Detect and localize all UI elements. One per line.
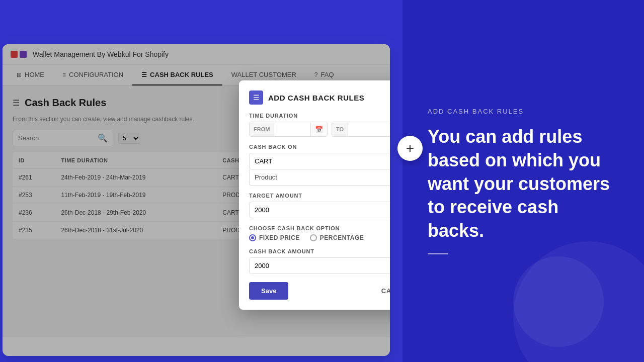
cashback-amount-input[interactable] [250,258,390,274]
right-panel-title: You can add rules based on which you wan… [428,125,619,243]
radio-fixed-label: FIXED PRICE [259,234,300,241]
from-calendar-icon[interactable]: 📅 [310,123,327,136]
modal-footer: Save CANCEL [249,282,390,300]
main-card: Wallet Management By Webkul For Shopify … [3,44,390,356]
target-amount-group: TARGET AMOUNT [249,193,390,218]
cashback-option-label: CHOOSE CASH BACK OPTION [249,225,390,231]
time-duration-label: TIME DURATION [249,113,390,119]
right-panel: ADD CASH BACK RULES You can add rules ba… [403,0,644,362]
bg-decoration-2 [513,256,604,347]
from-date-input[interactable] [274,122,310,136]
modal-title: ADD CASH BACK RULES [268,94,364,102]
radio-dot-percentage [310,234,317,241]
amount-input-row: % [249,257,390,274]
add-circle-button[interactable]: + [397,136,423,161]
cashback-amount-group: CASH BACK AMOUNT % [249,248,390,274]
right-panel-subtitle: ADD CASH BACK RULES [428,108,619,115]
target-amount-label: TARGET AMOUNT [249,193,390,199]
right-panel-divider [428,253,448,254]
time-duration-row: FROM 📅 TO 📅 [249,122,390,137]
cashback-option-group: CHOOSE CASH BACK OPTION FIXED PRICE PERC… [249,225,390,241]
radio-percentage-label: PERCENTAGE [320,234,364,241]
modal-header: ☰ ADD CASH BACK RULES [249,90,390,105]
radio-fixed-price[interactable]: FIXED PRICE [249,234,300,241]
radio-group: FIXED PRICE PERCENTAGE [249,234,390,241]
radio-dot-fixed [249,234,256,241]
add-cashback-modal: ☰ ADD CASH BACK RULES TIME DURATION FROM… [239,80,390,310]
dropdown-option-product[interactable]: Product [249,169,390,186]
cashback-on-select[interactable]: CART PRODUCT [249,153,390,169]
radio-percentage[interactable]: PERCENTAGE [310,234,364,241]
target-amount-input[interactable] [249,202,390,218]
cashback-on-label: CASH BACK ON [249,144,390,150]
to-label: TO [332,123,348,136]
to-date-input[interactable] [348,122,390,136]
time-duration-group: TIME DURATION FROM 📅 TO 📅 [249,113,390,137]
save-button[interactable]: Save [249,282,288,300]
from-label: FROM [250,123,274,136]
cashback-amount-label: CASH BACK AMOUNT [249,248,390,254]
cashback-on-group: CASH BACK ON CART PRODUCT Product [249,144,390,186]
modal-header-icon: ☰ [249,90,263,105]
to-input-group: TO 📅 [332,122,390,137]
from-input-group: FROM 📅 [249,122,328,137]
cancel-button[interactable]: CANCEL [381,287,390,295]
